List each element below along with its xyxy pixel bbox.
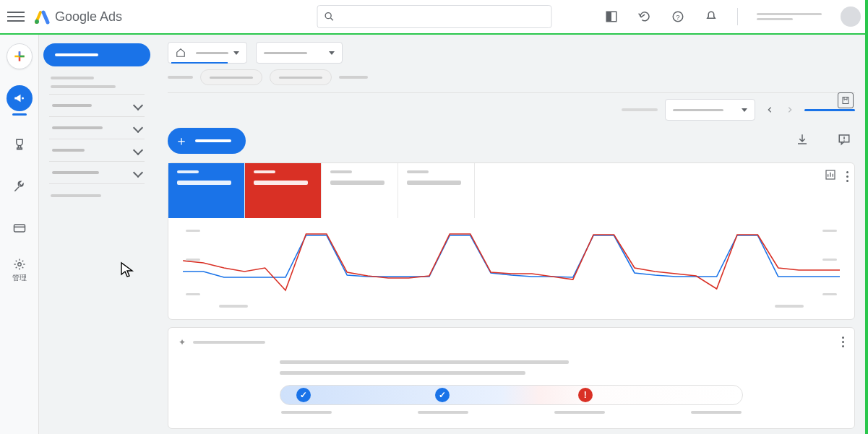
refresh-icon[interactable] [637, 9, 652, 24]
dropdown-icon [329, 51, 335, 55]
expand-chart-icon[interactable] [825, 169, 836, 183]
separator [168, 92, 855, 93]
active-range-indicator [804, 109, 855, 111]
prev-period[interactable] [761, 101, 778, 118]
svg-point-0 [35, 19, 39, 24]
card-icon [12, 221, 27, 235]
metric-tab-1[interactable] [168, 163, 245, 218]
avatar[interactable] [841, 6, 861, 27]
nav-group-2[interactable] [43, 117, 150, 139]
progress-step: ! [578, 388, 593, 402]
svg-point-14 [17, 262, 21, 266]
reports-icon[interactable] [604, 9, 619, 24]
breadcrumb [168, 76, 193, 79]
nav-group-3[interactable] [43, 139, 150, 161]
svg-line-2 [330, 18, 332, 20]
metrics-chart-card [168, 162, 855, 320]
left-rail: 管理 [0, 35, 39, 434]
metric-tab-4[interactable] [398, 163, 475, 218]
rail-campaigns[interactable] [7, 85, 33, 116]
plus-icon: ＋ [175, 132, 188, 149]
feedback-icon[interactable] [838, 133, 851, 149]
date-pager [761, 101, 799, 118]
card-body: ✓✓! [179, 360, 844, 414]
metric-tab-3[interactable] [322, 163, 398, 218]
line-chart [168, 218, 854, 319]
chevron-down-icon [133, 123, 143, 133]
svg-point-1 [325, 13, 331, 19]
save-view-icon[interactable] [838, 92, 854, 108]
product-logo[interactable]: Google Ads [33, 8, 122, 25]
account-switcher[interactable] [757, 13, 822, 20]
progress-step: ✓ [435, 388, 450, 402]
dropdown-icon [233, 51, 239, 55]
new-ad-button[interactable]: ＋ [168, 128, 246, 154]
optimization-progress: ✓✓! [280, 385, 743, 405]
chart-lines [183, 228, 840, 300]
campaign-selector[interactable] [256, 42, 343, 64]
svg-point-18 [843, 140, 845, 142]
svg-point-11 [22, 97, 24, 100]
search-input[interactable] [317, 5, 551, 28]
product-name: Google Ads [55, 9, 122, 25]
filter-chip[interactable] [200, 69, 262, 85]
optimization-card: ✦ ✓✓! [168, 327, 855, 429]
gear-icon [13, 258, 26, 271]
account-selector[interactable] [168, 42, 247, 64]
filter-chip-row [155, 66, 868, 90]
download-icon[interactable] [796, 133, 809, 149]
create-button[interactable] [7, 43, 33, 69]
step-labels [280, 411, 743, 414]
card-toolbar [825, 169, 848, 183]
sparkle-icon: ✦ [179, 337, 186, 347]
trophy-icon [12, 137, 27, 152]
notifications-icon[interactable] [704, 9, 718, 24]
nav-overview[interactable] [43, 43, 150, 66]
nav-group-1[interactable] [43, 95, 150, 116]
date-range-row [155, 97, 868, 128]
menu-icon[interactable] [7, 8, 25, 25]
svg-rect-15 [843, 97, 848, 104]
svg-text:?: ? [676, 13, 680, 21]
rail-admin[interactable]: 管理 [7, 257, 33, 283]
chevron-down-icon [133, 145, 143, 155]
left-nav-panel [39, 35, 155, 434]
app-header: Google Ads ? [0, 0, 868, 35]
scope-selectors [155, 35, 868, 66]
rail-goals[interactable] [7, 131, 33, 157]
card-header: ✦ [179, 337, 844, 347]
help-icon[interactable]: ? [671, 9, 685, 24]
rail-tools[interactable] [7, 173, 33, 199]
ads-logo-icon [33, 8, 51, 25]
card-title [193, 341, 265, 344]
breadcrumb [339, 76, 368, 79]
more-menu-icon[interactable] [846, 171, 848, 182]
svg-rect-4 [606, 12, 611, 22]
metric-tab-2[interactable] [245, 163, 322, 218]
x-axis-labels [183, 303, 840, 308]
search-icon [323, 11, 335, 22]
more-menu-icon[interactable] [842, 337, 844, 347]
action-row: ＋ [155, 128, 868, 162]
home-icon [176, 48, 186, 58]
date-range-selector[interactable] [665, 99, 755, 121]
chevron-down-icon [133, 100, 143, 110]
svg-rect-12 [14, 225, 25, 232]
filter-chip[interactable] [270, 69, 332, 85]
nav-group-4[interactable] [43, 162, 150, 183]
dropdown-icon [742, 108, 747, 112]
video-frame-edge [865, 0, 868, 434]
progress-step: ✓ [296, 388, 311, 402]
label [622, 108, 658, 111]
cursor-icon [119, 261, 137, 279]
main-content: ＋ [155, 35, 868, 434]
megaphone-icon [13, 92, 26, 105]
metric-tabs [168, 163, 854, 218]
rail-billing[interactable] [7, 215, 33, 241]
chevron-down-icon [133, 168, 143, 178]
next-period[interactable] [781, 101, 799, 118]
separator [737, 8, 738, 25]
tools-icon [12, 179, 27, 194]
plus-icon [12, 49, 27, 64]
